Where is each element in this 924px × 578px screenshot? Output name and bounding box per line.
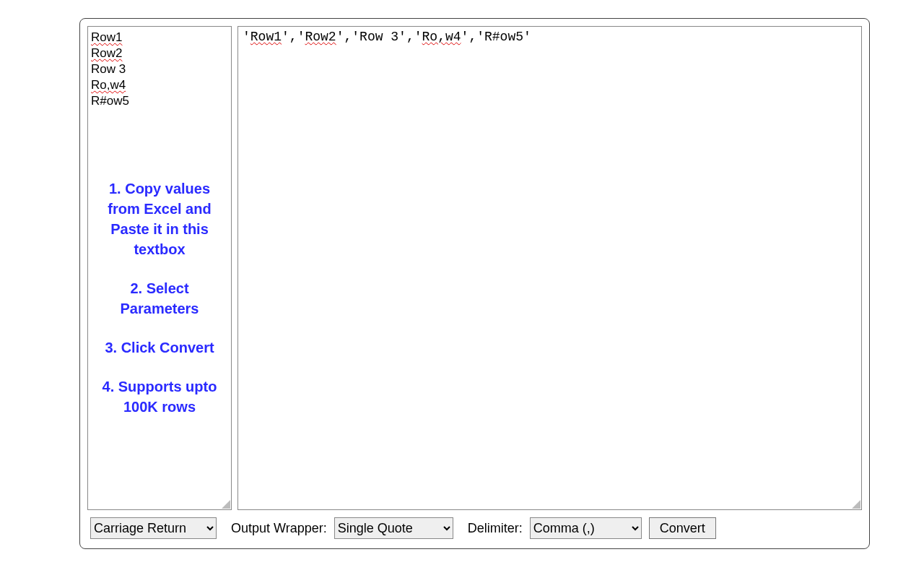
resize-grip-icon — [850, 499, 860, 509]
spellcheck-underline: Row1 — [250, 30, 282, 44]
output-textbox[interactable]: 'Row1','Row2','Row 3','Ro,w4','R#ow5' — [237, 26, 862, 510]
instruction-step-3: 3. Click Convert — [95, 337, 224, 358]
spellcheck-underline: Ro,w4 — [91, 78, 126, 92]
input-line: Row 3 — [91, 61, 228, 77]
resize-grip-icon — [220, 499, 230, 509]
input-line: Ro,w4 — [91, 77, 228, 93]
controls-bar: Carriage Return Output Wrapper: Single Q… — [87, 517, 862, 539]
spellcheck-underline: Row2 — [305, 30, 336, 44]
instruction-step-2: 2. Select Parameters — [95, 278, 224, 319]
spellcheck-underline: Row1 — [91, 30, 122, 44]
input-line: R#ow5 — [91, 93, 228, 109]
delimiter-label: Delimiter: — [468, 521, 523, 536]
instruction-step-1: 1. Copy values from Excel and Paste it i… — [95, 178, 224, 259]
instructions: 1. Copy values from Excel and Paste it i… — [88, 178, 231, 436]
spellcheck-underline: Row2 — [91, 46, 122, 60]
output-wrapper-select[interactable]: Single Quote — [334, 517, 453, 539]
output-text: 'Row1','Row2','Row 3','Ro,w4','R#ow5' — [243, 30, 531, 44]
converter-panel: Row1Row2Row 3Ro,w4R#ow5 1. Copy values f… — [79, 18, 870, 549]
convert-button[interactable]: Convert — [649, 517, 716, 539]
delimiter-select[interactable]: Comma (,) — [530, 517, 642, 539]
output-wrapper-label: Output Wrapper: — [231, 521, 327, 536]
spellcheck-underline: Ro,w4 — [422, 30, 461, 44]
input-line: Row1 — [91, 30, 228, 46]
input-textbox[interactable]: Row1Row2Row 3Ro,w4R#ow5 1. Copy values f… — [87, 26, 232, 510]
row-separator-select[interactable]: Carriage Return — [90, 517, 217, 539]
instruction-step-4: 4. Supports upto 100K rows — [95, 376, 224, 417]
panels-row: Row1Row2Row 3Ro,w4R#ow5 1. Copy values f… — [87, 26, 862, 510]
input-line: Row2 — [91, 46, 228, 61]
input-lines: Row1Row2Row 3Ro,w4R#ow5 — [91, 30, 228, 109]
